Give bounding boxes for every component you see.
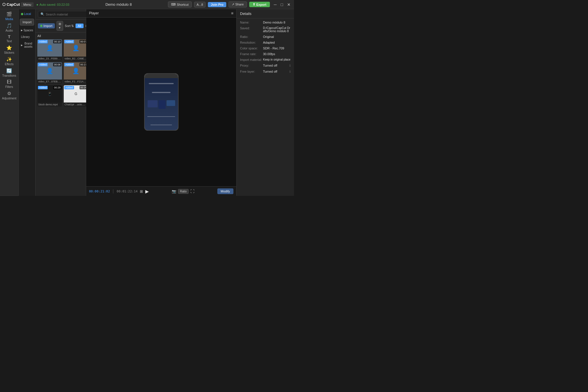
tab-effects[interactable]: ✨ Effects (0, 55, 18, 67)
import-button-nav[interactable]: Import (20, 19, 34, 26)
saved-value: D:/Capcut/CapCut Drafts/Demo módulo 8 (263, 26, 291, 33)
free-layer-label: Free layer: (240, 70, 263, 74)
added-badge: Added (64, 40, 74, 43)
join-pro-button[interactable]: Join Pro (208, 2, 226, 7)
media-item[interactable]: 👤 Added 00:21 video_F2...F21A.mov (64, 62, 88, 84)
auto-saved-status: ● Auto saved: 03:22:03 (36, 3, 69, 6)
added-badge: Added (38, 86, 48, 89)
phone-device (167, 100, 175, 106)
filter-all-button[interactable]: All (76, 24, 84, 28)
capcut-icon: ⬡ (2, 2, 5, 7)
keyboard-icon: ⌨ (171, 3, 176, 6)
player-viewport (86, 18, 236, 186)
media-item[interactable]: G Added 00:28 ChatGpt ...ucto.mp4 (64, 85, 88, 107)
main-layout: 🎬 Media 🎵 Audio T Text ⭐ Stickers ✨ Effe… (0, 9, 294, 196)
tab-media[interactable]: 🎬 Media (0, 10, 18, 22)
title-actions: ⌨ Shortcut A...8 Join Pro ↗ Share ⬆ Expo… (168, 1, 270, 7)
timeline-grid-button[interactable]: ⊞ (140, 189, 143, 194)
maximize-button[interactable]: □ (280, 2, 284, 7)
phone-screen (145, 74, 178, 130)
nav-spaces[interactable]: ▶ Spaces (20, 27, 34, 33)
phone-preview (144, 73, 179, 131)
spaces-arrow: ▶ (21, 29, 23, 32)
proxy-info-icon: ℹ (289, 64, 291, 67)
media-item[interactable]: 📱 Added 00:29 Stock demo.mp4 (37, 85, 62, 107)
ratio-label: Ratio: (240, 35, 263, 38)
media-item[interactable]: 👤 Added 00:10 video_23...FEB9.mov (37, 39, 62, 61)
export-icon: ⬆ (253, 3, 255, 6)
added-badge: Added (64, 86, 74, 89)
modify-button[interactable]: Modify (217, 188, 233, 194)
details-header: Details (237, 9, 294, 18)
free-layer-value: Turned off (263, 70, 289, 74)
view-toggle-button[interactable]: ⊞ ▾ (57, 21, 63, 31)
search-input[interactable] (46, 13, 85, 16)
share-icon: ↗ (232, 3, 234, 6)
tab-audio[interactable]: 🎵 Audio (0, 22, 18, 33)
filters-icon: 🎞 (7, 80, 11, 85)
player-header: Player ≡ (86, 9, 236, 18)
phone-content (145, 78, 178, 130)
tab-filters[interactable]: 🎞 Filters (0, 78, 18, 90)
export-button[interactable]: ⬆ Export (249, 2, 270, 7)
import-button[interactable]: Import (38, 23, 55, 28)
ratio-button[interactable]: Ratio (178, 189, 189, 194)
name-value: Demo módulo 8 (263, 21, 291, 24)
shortcut-button[interactable]: ⌨ Shortcut (168, 1, 192, 7)
color-space-label: Color space: (240, 47, 263, 50)
filename-label: video_E7...07EB.mov (37, 80, 62, 84)
frame-rate-value: 30.00fps (263, 52, 291, 56)
sort-icon: ⇅ (71, 24, 74, 28)
media-items: All 👤 Added 00:10 video_23...FEB9.mov (36, 32, 90, 196)
media-item[interactable]: 👤 Added 00:06 video_E7...07EB.mov (37, 62, 62, 84)
resolution-value: Adapted (263, 41, 291, 44)
tab-stickers[interactable]: ⭐ Stickers (0, 44, 18, 55)
brand-arrow: ▶ (21, 44, 23, 47)
import-material-label: Import material: (240, 58, 263, 61)
sort-button[interactable]: Sort ⇅ (65, 24, 74, 28)
phone-apps (148, 100, 175, 109)
phone-line (147, 116, 175, 117)
detail-frame-rate-row: Frame rate: 30.00fps (240, 52, 291, 56)
nav-local[interactable]: Local (20, 11, 34, 17)
phone-top-bar (145, 74, 178, 78)
fullscreen-button[interactable]: ⛶ (190, 189, 194, 194)
play-button[interactable]: ▶ (145, 189, 149, 194)
media-item[interactable]: 👤 Added 00:07 video_B2...C89E.mov (64, 39, 88, 61)
duration-badge: 00:10 (53, 40, 61, 43)
duration-badge: 00:29 (53, 86, 61, 89)
tab-transitions[interactable]: 🔄 Transitions (0, 67, 18, 78)
media-grid: 👤 Added 00:10 video_23...FEB9.mov 👤 Adde… (37, 39, 88, 107)
detail-color-space-row: Color space: SDR - Rec.709 (240, 47, 291, 50)
menu-button[interactable]: Menu (21, 2, 34, 7)
toolbar-tabs: 🎬 Media 🎵 Audio T Text ⭐ Stickers ✨ Effe… (0, 9, 19, 196)
tab-text[interactable]: T Text (0, 33, 18, 44)
ratio-value: Original (263, 35, 291, 38)
resolution-label: Resolution: (240, 41, 263, 44)
tab-adjustment[interactable]: ⚙ Adjustment (0, 90, 18, 101)
duration-badge: 00:06 (53, 63, 61, 66)
saved-label: Saved: (240, 26, 263, 33)
minimize-button[interactable]: ─ (273, 2, 278, 7)
screenshot-button[interactable]: 📷 (172, 189, 176, 194)
details-panel: Details Name: Demo módulo 8 Saved: D:/Ca… (237, 9, 294, 196)
search-bar[interactable]: 🔍 (38, 11, 88, 18)
app-logo: ⬡ CapCut (2, 2, 20, 7)
nav-brand-assets[interactable]: ▶ Brand assets (20, 40, 34, 50)
share-button[interactable]: ↗ Share (229, 1, 247, 7)
import-material-value: Keep in original place (263, 58, 291, 61)
phone-device (158, 100, 166, 109)
filename-label: video_B2...C89E.mov (64, 57, 88, 61)
player-menu-button[interactable]: ≡ (231, 11, 233, 16)
close-button[interactable]: ✕ (286, 2, 292, 7)
time-separator: │ (112, 189, 115, 193)
transitions-icon: 🔄 (6, 68, 12, 74)
text-icon: T (8, 34, 11, 39)
detail-import-material-row: Import material: Keep in original place (240, 58, 291, 61)
filename-label: Stock demo.mp4 (37, 103, 62, 107)
proxy-label: Proxy: (240, 64, 263, 67)
nav-library[interactable]: Library (20, 34, 34, 40)
account-button[interactable]: A...8 (194, 2, 206, 7)
save-icon: ● (36, 3, 38, 6)
color-space-value: SDR - Rec.709 (263, 47, 291, 50)
